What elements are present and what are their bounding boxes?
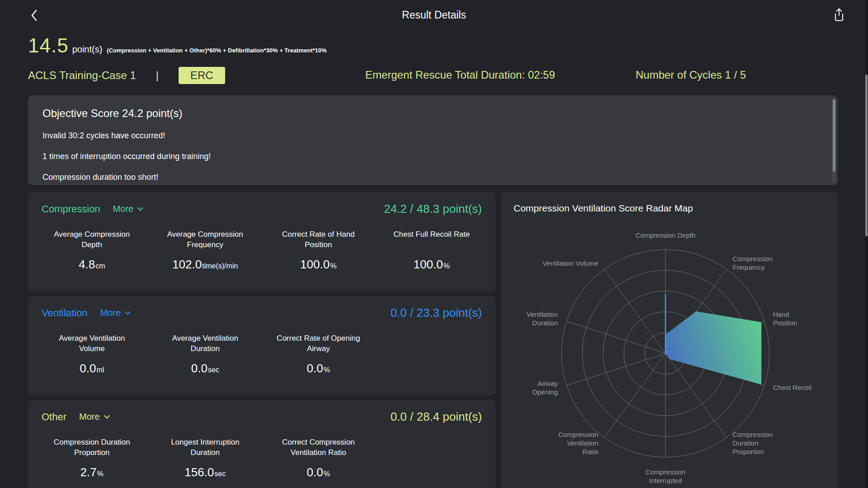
case-name: ACLS Training-Case 1 [28, 69, 136, 82]
more-label: More [79, 412, 100, 422]
ventilation-more-button[interactable]: More [100, 308, 132, 318]
radar-axis-label: VentilationDuration [527, 310, 558, 327]
radar-axis-label: CompressionFrequency [733, 255, 773, 271]
protocol-badge: ERC [179, 67, 225, 84]
other-score: 0.0 / 28.4 point(s) [391, 410, 482, 424]
radar-axis-label: CompressionDurationProportion [733, 431, 773, 455]
radar-axis-label: CompressionInterrupted [646, 468, 685, 484]
metric-compression-ventilation-ratio: Correct Compression Ventilation Ratio 0.… [262, 437, 375, 479]
chevron-down-icon [103, 413, 111, 421]
other-section-title: Other [42, 411, 66, 423]
top-bar: Result Details [0, 0, 868, 30]
objective-message: Compression duration too short! [42, 173, 811, 182]
metric-value: 0.0 [191, 361, 208, 375]
compression-section-title: Compression [42, 203, 100, 215]
metric-label: Average Compression Depth [48, 230, 135, 250]
compression-card-header: Compression More 24.2 / 48.3 point(s) [28, 192, 495, 216]
metric-unit: % [97, 470, 104, 478]
metric-avg-ventilation-volume: Average Ventilation Volume 0.0ml [35, 333, 149, 375]
metric-label: Correct Compression Ventilation Ratio [275, 437, 362, 458]
radar-axis-label: AirwayOpening [532, 380, 558, 396]
total-score-unit: point(s) [72, 44, 103, 55]
cycles-count-label: Number of Cycles 1 / 5 [636, 69, 746, 81]
ventilation-section-title: Ventilation [42, 307, 88, 319]
metric-label: Average Ventilation Duration [162, 333, 249, 354]
chevron-down-icon [137, 205, 144, 213]
metric-unit: sec [214, 470, 226, 478]
rescue-duration-label: Emergent Rescue Total Duration: 02:59 [365, 69, 555, 81]
compression-score: 24.2 / 48.3 point(s) [384, 202, 482, 216]
radar-axis-label: Compression Depth [636, 231, 696, 239]
case-divider: | [156, 69, 159, 82]
metric-avg-compression-frequency: Average Compression Frequency 102.0time(… [149, 230, 262, 272]
case-row: ACLS Training-Case 1 | ERC [28, 67, 225, 84]
metric-label: Chest Full Recoil Rate [388, 230, 475, 250]
metric-label: Longest Interruption Duration [162, 437, 249, 458]
objective-scrollbar-track [832, 98, 836, 183]
metric-value: 102.0 [172, 258, 202, 271]
ventilation-metrics: Average Ventilation Volume 0.0ml Average… [28, 333, 495, 375]
metric-value: 100.0 [300, 258, 330, 271]
radar-chart: Compression DepthCompressionFrequencyHan… [501, 192, 838, 488]
page-scrollbar-thumb[interactable] [865, 75, 868, 236]
more-label: More [113, 204, 134, 214]
radar-axis-line [604, 353, 665, 437]
metric-value: 100.0 [414, 258, 443, 271]
objective-score-panel: Objective Score 24.2 point(s) Invalid 30… [28, 95, 838, 185]
metric-longest-interruption-duration: Longest Interruption Duration 156.0sec [149, 437, 262, 479]
metric-value: 0.0 [80, 361, 96, 375]
metric-unit: time(s)/min [202, 262, 238, 270]
metric-label: Average Compression Frequency [162, 230, 249, 250]
metric-unit: ml [96, 366, 104, 374]
radar-axis-label: Chest Recoil [773, 384, 811, 391]
objective-scrollbar-thumb[interactable] [833, 99, 835, 172]
share-export-icon [831, 7, 847, 23]
metric-unit: cm [95, 262, 105, 270]
metric-unit: % [443, 262, 450, 270]
metric-value: 0.0 [307, 465, 323, 479]
ventilation-score: 0.0 / 23.3 point(s) [391, 306, 482, 320]
metric-value: 4.8 [79, 258, 95, 271]
metric-value: 156.0 [184, 465, 214, 479]
other-more-button[interactable]: More [79, 412, 111, 422]
objective-score-title: Objective Score 24.2 point(s) [42, 107, 811, 120]
metric-value: 0.0 [307, 361, 323, 375]
radar-axis-label: Ventilation Volume [542, 259, 598, 267]
ventilation-card: Ventilation More 0.0 / 23.3 point(s) Ave… [28, 296, 495, 395]
metric-unit: sec [208, 366, 219, 374]
score-formula: (Compression + Ventilation + Other)*60% … [107, 47, 326, 54]
radar-axis-line [566, 353, 665, 385]
metric-avg-ventilation-duration: Average Ventilation Duration 0.0sec [149, 333, 262, 375]
radar-axis-label: CompressionVentilationRatio [558, 431, 598, 455]
page-title: Result Details [0, 9, 868, 21]
more-label: More [100, 308, 121, 318]
other-card: Other More 0.0 / 28.4 point(s) Compressi… [28, 400, 495, 488]
radar-map-card: Compression Ventilation Score Radar Map … [501, 192, 838, 488]
result-details-screen: Result Details 14.5 point(s) (Compressio… [0, 0, 868, 488]
total-score-value: 14.5 [28, 34, 69, 57]
metric-unit: % [330, 262, 336, 270]
ventilation-card-header: Ventilation More 0.0 / 23.3 point(s) [28, 296, 495, 320]
other-metrics: Compression Duration Proportion 2.7% Lon… [28, 437, 495, 479]
page-scrollbar-track [865, 0, 868, 488]
metric-chest-full-recoil-rate: Chest Full Recoil Rate 100.0% [375, 230, 489, 272]
metric-airway-opening-rate: Correct Rate of Opening Airway 0.0% [262, 333, 375, 375]
metric-label: Compression Duration Proportion [48, 437, 135, 458]
objective-message: Invalid 30:2 cycles have occurred! [42, 131, 811, 141]
total-score-banner: 14.5 point(s) (Compression + Ventilation… [28, 34, 327, 57]
radar-axis-line [604, 269, 665, 353]
chevron-down-icon [124, 309, 132, 317]
metric-label: Average Ventilation Volume [48, 333, 135, 354]
metric-compression-duration-proportion: Compression Duration Proportion 2.7% [35, 437, 149, 479]
share-button[interactable] [831, 7, 847, 23]
metric-value: 2.7 [80, 465, 97, 479]
radar-axis-line [566, 321, 665, 353]
radar-axis-label: HandPosition [773, 310, 797, 327]
metric-label: Correct Rate of Opening Airway [275, 333, 362, 354]
metric-avg-compression-depth: Average Compression Depth 4.8cm [35, 230, 149, 272]
objective-message: 1 times of interruption occurred during … [42, 152, 811, 161]
compression-more-button[interactable]: More [113, 204, 145, 214]
metric-unit: % [324, 366, 330, 374]
metric-label: Correct Rate of Hand Position [275, 230, 362, 250]
metric-hand-position-rate: Correct Rate of Hand Position 100.0% [262, 230, 375, 272]
